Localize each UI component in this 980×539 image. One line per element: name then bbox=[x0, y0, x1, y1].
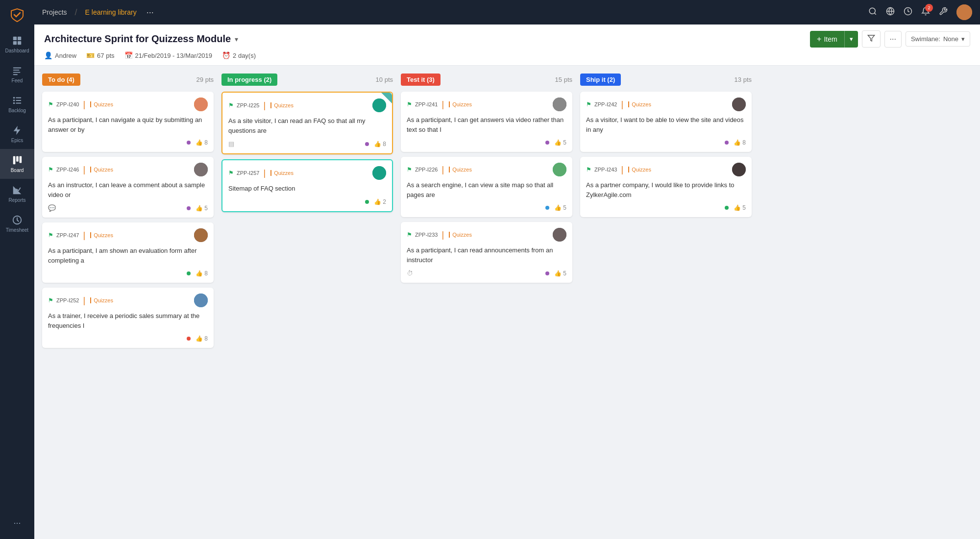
user-icon: 👤 bbox=[44, 51, 52, 59]
svg-rect-11 bbox=[16, 100, 21, 101]
card-footer: 👍 5 bbox=[407, 139, 566, 146]
card-body: As a participant, I can get answers via … bbox=[407, 115, 566, 134]
inprogress-cards: ⚑ ZPP-I225 | Quizzes As a site visitor, … bbox=[221, 92, 393, 212]
main-content: Projects / E learning library ··· 2 bbox=[34, 0, 980, 539]
card-body: As a search engine, I can view a site ma… bbox=[407, 180, 566, 199]
globe-icon[interactable] bbox=[886, 7, 895, 18]
card-comments: 👍 5 bbox=[554, 139, 566, 146]
card-zpp-i257[interactable]: ⚑ ZPP-I257 | Quizzes Sitemap of FAQ sect… bbox=[221, 159, 393, 212]
card-body: As an instructor, I can leave a comment … bbox=[48, 180, 208, 199]
card-zpp-i240[interactable]: ⚑ ZPP-I240 | Quizzes As a participant, I… bbox=[42, 92, 214, 152]
card-footer: 👍 8 bbox=[48, 139, 208, 146]
card-footer: 👍 8 bbox=[48, 335, 208, 342]
svg-point-12 bbox=[13, 102, 15, 104]
card-footer: 👍 2 bbox=[228, 198, 386, 205]
card-zpp-i242[interactable]: ⚑ ZPP-I242 | Quizzes As a visitor, I wan… bbox=[580, 92, 752, 152]
card-id: ZPP-I240 bbox=[56, 101, 79, 107]
calendar-icon: 📅 bbox=[124, 51, 133, 59]
priority-dot bbox=[545, 141, 549, 145]
priority-dot bbox=[725, 141, 729, 145]
column-shipit: Ship it (2) 13 pts ⚑ ZPP-I242 | Quizzes bbox=[580, 74, 752, 531]
nav-current-project[interactable]: E learning library bbox=[85, 8, 137, 16]
priority-dot bbox=[187, 337, 191, 341]
board-title-dropdown[interactable]: ▾ bbox=[235, 35, 238, 43]
settings-icon[interactable] bbox=[939, 7, 948, 18]
svg-rect-4 bbox=[13, 68, 22, 69]
column-label-inprogress: In progress (2) bbox=[221, 74, 277, 86]
add-item-button-group: + Item ▾ bbox=[810, 31, 858, 48]
card-footer: 👍 5 bbox=[407, 204, 566, 211]
column-header-shipit: Ship it (2) 13 pts bbox=[580, 74, 752, 86]
card-comments: 👍 8 bbox=[734, 139, 746, 146]
sidebar-item-board[interactable]: Board bbox=[0, 149, 34, 179]
nav-more-button[interactable]: ··· bbox=[147, 7, 154, 18]
swimlane-select[interactable]: Swimlane: None ▾ bbox=[906, 31, 970, 47]
priority-dot bbox=[725, 206, 729, 210]
card-zpp-i247[interactable]: ⚑ ZPP-I247 | Quizzes As a participant, I… bbox=[42, 222, 214, 283]
card-zpp-i233[interactable]: ⚑ ZPP-I233 | Quizzes As a participant, I… bbox=[401, 222, 572, 283]
add-item-button[interactable]: + Item bbox=[810, 31, 844, 48]
nav-projects[interactable]: Projects bbox=[42, 8, 67, 16]
priority-dot bbox=[545, 206, 549, 210]
filter-button[interactable] bbox=[862, 30, 881, 48]
card-avatar bbox=[732, 163, 746, 176]
card-footer: ▤ 👍 8 bbox=[228, 140, 386, 147]
priority-dot bbox=[187, 141, 191, 145]
card-comments: 👍 5 bbox=[554, 270, 566, 277]
notifications-icon[interactable]: 2 bbox=[921, 7, 930, 18]
board-area: To do (4) 29 pts ⚑ ZPP-I240 | Quizzes bbox=[34, 66, 980, 539]
svg-point-18 bbox=[869, 8, 875, 14]
svg-point-10 bbox=[13, 99, 15, 101]
add-item-dropdown-button[interactable]: ▾ bbox=[844, 31, 858, 48]
sidebar-item-backlog[interactable]: Backlog bbox=[0, 89, 34, 119]
card-zpp-i243[interactable]: ⚑ ZPP-I243 | Quizzes As a partner compan… bbox=[580, 157, 752, 217]
card-id: ZPP-I242 bbox=[594, 101, 617, 107]
card-avatar bbox=[194, 294, 208, 307]
card-avatar bbox=[732, 98, 746, 111]
card-footer: 👍 8 bbox=[48, 270, 208, 277]
user-avatar[interactable] bbox=[956, 4, 972, 20]
column-label-shipit: Ship it (2) bbox=[580, 74, 621, 86]
notification-badge: 2 bbox=[925, 4, 933, 12]
comment-icon: 💬 bbox=[48, 204, 56, 212]
card-comments: 👍 5 bbox=[554, 204, 566, 211]
card-zpp-i225[interactable]: ⚑ ZPP-I225 | Quizzes As a site visitor, … bbox=[221, 92, 393, 154]
history-icon[interactable] bbox=[904, 7, 912, 18]
card-tag: Quizzes bbox=[628, 167, 651, 172]
card-avatar bbox=[372, 166, 386, 180]
card-comments: 👍 8 bbox=[196, 139, 208, 146]
card-body: As a participant, I am shown an evaluati… bbox=[48, 246, 208, 265]
column-pts-inprogress: 10 pts bbox=[376, 76, 393, 83]
card-body: As a visitor, I want to be able to view … bbox=[586, 115, 746, 134]
card-comments: 👍 8 bbox=[196, 270, 208, 277]
board-more-button[interactable]: ··· bbox=[884, 31, 902, 48]
card-comments: 👍 5 bbox=[196, 205, 208, 212]
sidebar-item-feed[interactable]: Feed bbox=[0, 59, 34, 89]
sidebar-item-reports[interactable]: Reports bbox=[0, 179, 34, 209]
card-tag: Quizzes bbox=[449, 101, 472, 107]
card-zpp-i226[interactable]: ⚑ ZPP-I226 | Quizzes As a search engine,… bbox=[401, 157, 572, 217]
card-tag: Quizzes bbox=[90, 232, 113, 238]
app-logo[interactable] bbox=[7, 5, 27, 24]
card-zpp-i246[interactable]: ⚑ ZPP-I246 | Quizzes As an instructor, I… bbox=[42, 157, 214, 218]
card-zpp-i252[interactable]: ⚑ ZPP-I252 | Quizzes As a trainer, I rec… bbox=[42, 288, 214, 348]
meta-duration: ⏰ 2 day(s) bbox=[222, 51, 256, 59]
card-tag: Quizzes bbox=[90, 167, 113, 172]
card-tag: Quizzes bbox=[90, 297, 113, 303]
meta-dates: 📅 21/Feb/2019 - 13/Mar/2019 bbox=[124, 51, 213, 59]
card-comments: 👍 5 bbox=[734, 204, 746, 211]
card-zpp-i241[interactable]: ⚑ ZPP-I241 | Quizzes As a participant, I… bbox=[401, 92, 572, 152]
card-avatar bbox=[194, 163, 208, 176]
svg-rect-13 bbox=[16, 103, 21, 104]
card-comments: 👍 8 bbox=[196, 335, 208, 342]
column-pts-shipit: 13 pts bbox=[735, 76, 752, 83]
sidebar-item-timesheet[interactable]: Timesheet bbox=[0, 209, 34, 239]
sidebar-more[interactable]: ··· bbox=[13, 512, 21, 534]
sidebar-item-epics[interactable]: Epics bbox=[0, 119, 34, 149]
clock-icon: ⏰ bbox=[222, 51, 230, 59]
search-icon[interactable] bbox=[868, 7, 877, 18]
card-avatar bbox=[194, 228, 208, 242]
card-body: As a site visitor, I can read an FAQ so … bbox=[228, 116, 386, 135]
priority-dot bbox=[365, 142, 369, 146]
sidebar-item-dashboard[interactable]: Dashboard bbox=[0, 29, 34, 59]
